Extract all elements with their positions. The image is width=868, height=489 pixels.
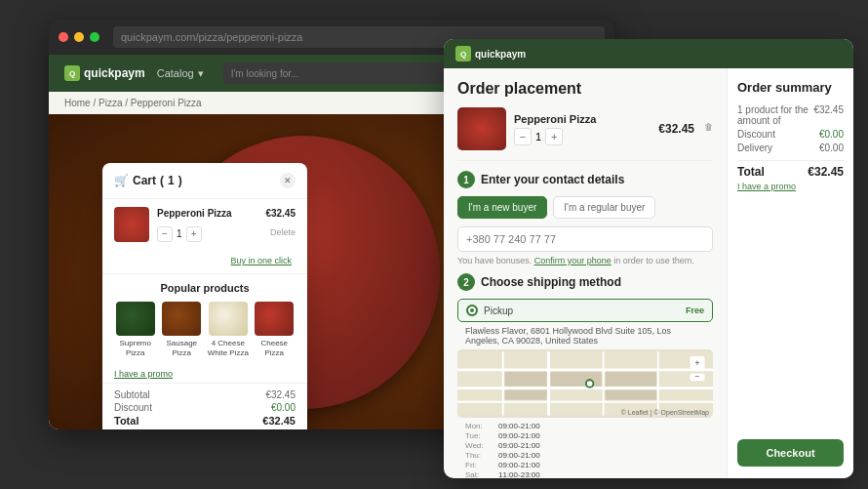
delete-item-button[interactable]: Delete [270,227,296,237]
popular-item-2[interactable]: 4 Cheese White Pizza [207,302,250,357]
popular-item-1[interactable]: Sausage Pizza [161,302,204,357]
bonus-text: You have bonuses. Confirm your phone in … [457,256,713,265]
popular-item-image-2 [209,302,248,336]
contact-tabs: I'm a new buyer I'm a regular buyer [457,196,713,219]
summary-title: Order summary [737,80,844,95]
popular-item-name-3: Cheese Pizza [254,339,296,357]
section-num-1: 1 [457,171,475,188]
pickup-address: Flawless Flavor, 6801 Hollywood Blvd Sui… [465,326,705,346]
order-qty-increase[interactable]: + [545,128,563,145]
svg-rect-9 [505,390,547,400]
popular-item-image-3 [255,302,294,336]
cart-totals: Subtotal €32.45 Discount €0.00 Total €32… [102,383,307,429]
order-delete-button[interactable]: 🗑 [704,122,713,132]
hours-grid: Mon:09:00-21:00 Tue:09:00-21:00 Wed:09:0… [465,422,705,478]
popular-item-image-1 [162,302,201,336]
popular-item-0[interactable]: Supremo Pizza [114,302,157,357]
order-placement-title: Order placement [457,80,713,98]
order-panel-header: Q quickpaym [444,39,853,68]
pickup-map: + − © Leaflet | © OpenStreetMap [457,349,713,418]
close-dot[interactable] [59,32,68,42]
order-item-row: Pepperoni Pizza − 1 + €32.45 🗑 [457,107,713,161]
summary-product-row: 1 product for the amount of €32.45 [737,104,844,126]
cart-item-info-row: Pepperoni Pizza €32.45 [157,208,296,219]
order-item-image [457,107,506,150]
phone-input[interactable] [457,226,713,252]
buy-one-click-area: Buy in one click [102,250,307,273]
popular-item-name-1: Sausage Pizza [161,339,204,357]
summary-checkout-button[interactable]: Checkout [737,439,844,467]
order-main-form: Order placement Pepperoni Pizza − 1 + €3… [444,68,727,478]
confirm-phone-link[interactable]: Confirm your phone [534,256,612,265]
contact-section-header: 1 Enter your contact details [457,171,713,188]
summary-delivery-row: Delivery €0.00 [737,143,844,153]
order-qty-decrease[interactable]: − [514,128,532,145]
cart-header: 🛒 Cart (1) ✕ [102,163,307,199]
contact-section-title: Enter your contact details [481,173,624,186]
map-svg: + − [457,349,713,418]
promo-link[interactable]: I have a promo [102,365,307,383]
total-row: Total €32.45 [114,415,296,427]
popular-item-image-0 [116,302,155,336]
qty-decrease-button[interactable]: − [157,226,173,242]
popular-item-3[interactable]: Cheese Pizza [254,302,296,357]
cart-item: Pepperoni Pizza €32.45 − 1 + Delete [102,199,307,250]
order-item-qty-control: − 1 + [514,128,651,145]
order-logo-icon: Q [455,46,471,61]
cart-title: 🛒 Cart (1) [114,174,182,187]
shipping-section-title: Choose shipping method [481,275,621,289]
summary-discount-row: Discount €0.00 [737,129,844,140]
maximize-dot[interactable] [90,32,99,42]
qty-increase-button[interactable]: + [186,226,202,242]
order-panel-logo: Q quickpaym [455,46,526,61]
svg-text:−: − [695,371,700,381]
cart-close-button[interactable]: ✕ [280,173,296,188]
popular-grid: Supremo Pizza Sausage Pizza 4 Cheese Whi… [114,302,296,357]
svg-rect-12 [606,390,656,400]
order-panel-body: Order placement Pepperoni Pizza − 1 + €3… [444,68,853,478]
svg-point-14 [587,381,593,387]
order-item-details: Pepperoni Pizza − 1 + [514,113,651,145]
order-placement-panel: Q quickpaym Order placement Pepperoni Pi… [444,39,853,478]
cart-qty-control: − 1 + [157,226,202,242]
order-summary-sidebar: Order summary 1 product for the amount o… [727,68,853,478]
popular-item-name-2: 4 Cheese White Pizza [207,339,250,357]
pickup-radio [466,305,478,316]
svg-text:+: + [695,358,700,368]
cart-item-image [114,207,149,242]
popular-item-name-0: Supremo Pizza [114,339,157,357]
shipping-section-header: 2 Choose shipping method [457,273,713,291]
map-attribution: © Leaflet | © OpenStreetMap [621,409,709,416]
order-item-price-area: €32.45 🗑 [658,122,713,136]
popular-title: Popular products [114,282,296,294]
cart-modal: 🛒 Cart (1) ✕ Pepperoni Pizza €32.45 [102,163,307,429]
shipping-options: Pickup Free Flawless Flavor, 6801 Hollyw… [457,299,713,478]
buy-one-click-link[interactable]: Buy in one click [226,254,296,267]
section-num-2: 2 [457,273,475,291]
popular-products-section: Popular products Supremo Pizza Sausage P… [102,273,307,365]
catalog-nav[interactable]: Catalog ▾ [157,67,204,80]
pickup-option[interactable]: Pickup Free [457,299,713,322]
discount-row: Discount €0.00 [114,402,296,413]
logo-icon: Q [64,65,80,81]
regular-buyer-tab[interactable]: I'm a regular buyer [553,196,655,219]
svg-rect-11 [606,372,656,387]
minimize-dot[interactable] [74,32,84,42]
new-buyer-tab[interactable]: I'm a new buyer [457,196,547,219]
summary-promo-link[interactable]: I have a promo [737,182,844,191]
store-logo: Q quickpaym [64,65,145,81]
summary-total-row: Total €32.45 [737,160,844,179]
svg-rect-8 [505,372,547,387]
subtotal-row: Subtotal €32.45 [114,389,296,400]
